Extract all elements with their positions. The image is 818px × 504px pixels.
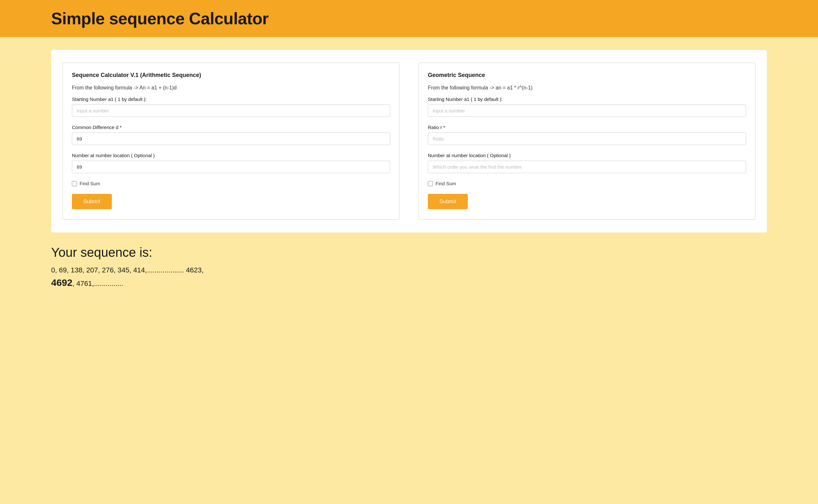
results-area: Your sequence is: 0, 69, 138, 207, 276, … bbox=[51, 245, 767, 296]
arithmetic-find-sum-row: Find Sum bbox=[72, 181, 390, 186]
arithmetic-location-group: Number at number location ( Optional ) bbox=[72, 153, 390, 173]
arithmetic-title: Sequence Calculator V.1 (Arithmetic Sequ… bbox=[72, 72, 390, 79]
arithmetic-starting-label: Starting Number a1 ( 1 by default ): bbox=[72, 96, 390, 102]
geometric-title: Geometric Sequence bbox=[428, 72, 746, 79]
arithmetic-calculator: Sequence Calculator V.1 (Arithmetic Sequ… bbox=[63, 63, 399, 220]
geometric-submit-button[interactable]: Submit bbox=[428, 194, 468, 209]
arithmetic-starting-input[interactable] bbox=[72, 104, 390, 117]
sequence-highlighted: 4692 bbox=[51, 277, 73, 288]
arithmetic-difference-input[interactable] bbox=[72, 133, 390, 145]
arithmetic-difference-label: Common Difference d * bbox=[72, 125, 390, 130]
results-title: Your sequence is: bbox=[51, 245, 601, 260]
arithmetic-location-input[interactable] bbox=[72, 161, 390, 173]
geometric-find-sum-row: Find Sum bbox=[428, 181, 746, 186]
geometric-formula: From the following formula -> an = a1 * … bbox=[428, 85, 746, 91]
geometric-find-sum-label: Find Sum bbox=[436, 181, 456, 186]
geometric-find-sum-checkbox[interactable] bbox=[428, 181, 433, 186]
main-content: Sequence Calculator V.1 (Arithmetic Sequ… bbox=[0, 37, 818, 309]
results-left-panel: Your sequence is: 0, 69, 138, 207, 276, … bbox=[51, 245, 601, 290]
geometric-ratio-label: Ratio r * bbox=[428, 125, 746, 130]
geometric-location-label: Number at number location ( Optional ) bbox=[428, 153, 746, 158]
geometric-location-group: Number at number location ( Optional ) bbox=[428, 153, 746, 173]
geometric-starting-group: Starting Number a1 ( 1 by default ): bbox=[428, 96, 746, 117]
geometric-location-input[interactable] bbox=[428, 161, 746, 173]
geometric-starting-input[interactable] bbox=[428, 104, 746, 117]
arithmetic-submit-button[interactable]: Submit bbox=[72, 194, 112, 209]
sequence-output: 0, 69, 138, 207, 276, 345, 414,.........… bbox=[51, 265, 217, 290]
arithmetic-starting-group: Starting Number a1 ( 1 by default ): bbox=[72, 96, 390, 117]
geometric-starting-label: Starting Number a1 ( 1 by default ): bbox=[428, 96, 746, 102]
calculators-wrapper: Sequence Calculator V.1 (Arithmetic Sequ… bbox=[51, 50, 767, 233]
arithmetic-difference-group: Common Difference d * bbox=[72, 125, 390, 145]
arithmetic-find-sum-checkbox[interactable] bbox=[72, 181, 77, 186]
sequence-text: 0, 69, 138, 207, 276, 345, 414,.........… bbox=[51, 266, 203, 274]
page-title: Simple sequence Calculator bbox=[51, 9, 767, 28]
page-header: Simple sequence Calculator bbox=[0, 0, 818, 37]
sequence-end: , 4761,............... bbox=[73, 279, 123, 287]
geometric-ratio-input[interactable] bbox=[428, 133, 746, 145]
geometric-ratio-group: Ratio r * bbox=[428, 125, 746, 145]
arithmetic-location-label: Number at number location ( Optional ) bbox=[72, 153, 390, 158]
geometric-calculator: Geometric Sequence From the following fo… bbox=[419, 63, 755, 220]
arithmetic-formula: From the following formula -> An = a1 + … bbox=[72, 85, 390, 91]
arithmetic-find-sum-label: Find Sum bbox=[80, 181, 100, 186]
results-right-panel bbox=[614, 245, 767, 296]
